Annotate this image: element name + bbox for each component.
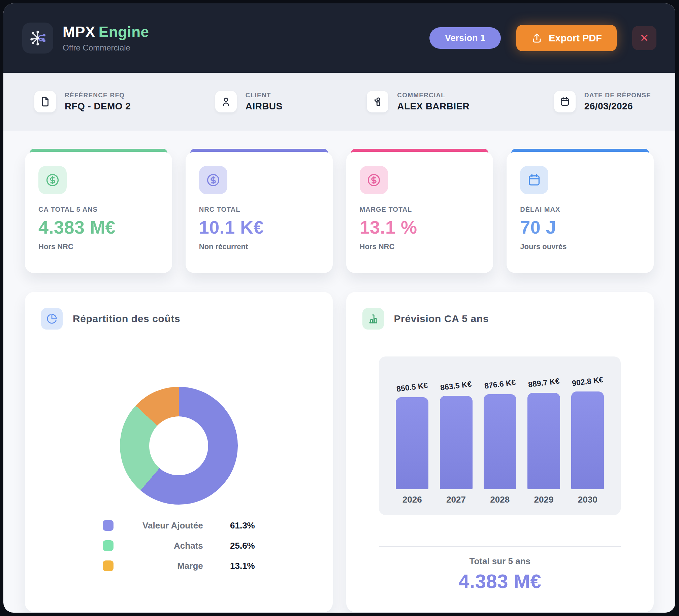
kpi-label: NRC TOTAL [199, 206, 319, 213]
kpi-card-nrc-total: NRC TOTAL 10.1 K€ Non récurrent [186, 149, 333, 273]
kpi-card-marge-total: MARGE TOTAL 13.1 % Hors NRC [346, 149, 493, 273]
info-text-block: CLIENT AIRBUS [246, 92, 283, 112]
divider [379, 546, 621, 547]
x-axis-tick: 2030 [571, 494, 604, 505]
legend-item: Valeur Ajoutée 61.3% [103, 520, 255, 531]
total-label: Total sur 5 ans [362, 556, 638, 567]
kpi-label: CA TOTAL 5 ANS [38, 206, 159, 213]
charts-row: Répartition des coûts Valeur Ajoutée 61.… [3, 273, 675, 612]
calendar-icon [520, 166, 548, 194]
legend-label: Marge [122, 561, 203, 571]
file-icon [34, 91, 56, 112]
legend-value: 25.6% [211, 541, 255, 551]
x-axis-tick: 2029 [527, 494, 560, 505]
info-label: RÉFÉRENCE RFQ [65, 92, 131, 99]
bar-chart-icon [362, 308, 384, 330]
info-label: COMMERCIAL [397, 92, 470, 99]
kpi-value: 13.1 % [360, 217, 480, 238]
info-value: RFQ - DEMO 2 [65, 101, 131, 112]
calendar-icon [554, 91, 576, 112]
header: MPXEngine Offre Commerciale Version 1 Ex… [3, 3, 675, 73]
donut-legend: Valeur Ajoutée 61.3% Achats 25.6% Marge … [41, 520, 317, 571]
network-logo-icon [28, 28, 47, 48]
bar [396, 397, 428, 489]
info-value: ALEX BARBIER [397, 101, 470, 112]
export-pdf-label: Export PDF [549, 33, 602, 44]
info-item-commercial: COMMERCIAL ALEX BARBIER [367, 91, 470, 112]
app-title-primary: MPX [63, 24, 95, 40]
bar-chart-panel: 850.5 K€ 863.5 K€ 876.6 K€ 889.7 K€ [379, 356, 621, 515]
bar-value-label: 902.8 K€ [572, 375, 604, 388]
bar-value-label: 876.6 K€ [484, 378, 516, 390]
version-badge[interactable]: Version 1 [429, 27, 501, 49]
x-axis-tick: 2028 [484, 494, 516, 505]
legend-value: 13.1% [211, 561, 255, 571]
brand-block: MPXEngine Offre Commerciale [63, 24, 149, 53]
cost-breakdown-card: Répartition des coûts Valeur Ajoutée 61.… [25, 292, 333, 612]
close-icon: ✕ [640, 32, 649, 44]
bar-column: 850.5 K€ [396, 371, 428, 489]
bar-column: 876.6 K€ [484, 371, 516, 489]
chart-title: Prévision CA 5 ans [394, 313, 489, 324]
legend-swatch [103, 540, 114, 551]
bar [484, 394, 516, 489]
upload-icon [531, 32, 543, 44]
info-value: 26/03/2026 [584, 101, 651, 112]
kpi-value: 4.383 M€ [38, 217, 159, 238]
legend-item: Marge 13.1% [103, 560, 255, 571]
chart-title: Répartition des coûts [73, 313, 180, 324]
legend-value: 61.3% [211, 520, 255, 531]
bar-column: 902.8 K€ [571, 371, 604, 489]
app-title-accent: Engine [99, 24, 149, 40]
info-label: DATE DE RÉPONSE [584, 92, 651, 99]
app-subtitle: Offre Commerciale [63, 43, 149, 53]
app-window: MPXEngine Offre Commerciale Version 1 Ex… [3, 3, 675, 613]
bar-value-label: 863.5 K€ [440, 379, 472, 392]
forecast-card: Prévision CA 5 ans 850.5 K€ 863.5 K€ 876… [346, 292, 654, 612]
kpi-value: 70 J [520, 217, 640, 238]
donut-chart [120, 387, 238, 505]
bar [527, 393, 560, 489]
kpi-row: CA TOTAL 5 ANS 4.383 M€ Hors NRC NRC TOT… [3, 131, 675, 273]
bar-column: 863.5 K€ [440, 371, 473, 489]
kpi-subtext: Hors NRC [38, 242, 159, 251]
kpi-subtext: Jours ouvrés [520, 242, 640, 251]
close-button[interactable]: ✕ [632, 26, 656, 50]
app-title: MPXEngine [63, 24, 149, 40]
x-axis-tick: 2027 [440, 494, 473, 505]
total-value: 4.383 M€ [362, 570, 638, 592]
bar-value-label: 889.7 K€ [528, 376, 560, 389]
header-actions: Version 1 Export PDF ✕ [429, 25, 656, 51]
kpi-subtext: Non récurrent [199, 242, 319, 251]
kpi-card-ca-total: CA TOTAL 5 ANS 4.383 M€ Hors NRC [25, 149, 172, 273]
kpi-value: 10.1 K€ [199, 217, 319, 238]
info-value: AIRBUS [246, 101, 283, 112]
legend-swatch [103, 560, 114, 571]
user-icon [215, 91, 237, 112]
bar-value-label: 850.5 K€ [396, 381, 428, 393]
legend-label: Valeur Ajoutée [122, 520, 203, 531]
legend-item: Achats 25.6% [103, 540, 255, 551]
dollar-circle-icon [360, 166, 388, 194]
user-raised-hand-icon [367, 91, 388, 112]
bar [440, 396, 473, 489]
info-text-block: COMMERCIAL ALEX BARBIER [397, 92, 470, 112]
info-bar: RÉFÉRENCE RFQ RFQ - DEMO 2 CLIENT AIRBUS [3, 73, 675, 131]
kpi-subtext: Hors NRC [360, 242, 480, 251]
info-item-reference: RÉFÉRENCE RFQ RFQ - DEMO 2 [34, 91, 131, 112]
x-axis-tick: 2026 [396, 494, 428, 505]
info-label: CLIENT [246, 92, 283, 99]
export-pdf-button[interactable]: Export PDF [516, 25, 617, 51]
bar [571, 391, 604, 489]
dollar-circle-icon [199, 166, 227, 194]
x-axis-labels: 2026 2027 2028 2029 2030 [396, 494, 604, 505]
legend-swatch [103, 520, 114, 531]
info-item-client: CLIENT AIRBUS [215, 91, 283, 112]
bar-column: 889.7 K€ [527, 371, 560, 489]
dollar-circle-icon [38, 166, 67, 194]
info-text-block: DATE DE RÉPONSE 26/03/2026 [584, 92, 651, 112]
legend-label: Achats [122, 541, 203, 551]
kpi-card-delai-max: DÉLAI MAX 70 J Jours ouvrés [507, 149, 654, 273]
pie-chart-icon [41, 308, 63, 330]
bar-chart: 850.5 K€ 863.5 K€ 876.6 K€ 889.7 K€ [396, 371, 604, 489]
